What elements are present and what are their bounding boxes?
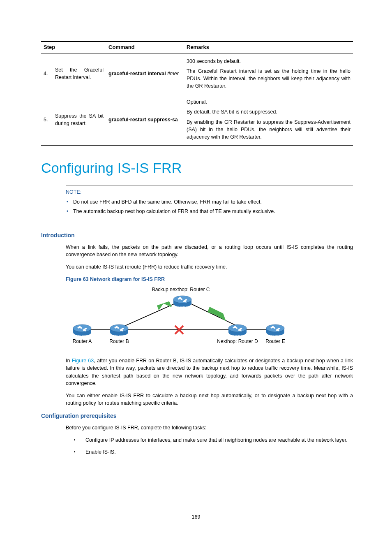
cmd-bold: graceful-restart interval [108,71,166,76]
remark-line: Optional. [187,98,350,106]
after-figure-paragraph: In Figure 63, after you enable FRR on Ro… [66,357,353,387]
section-heading-prereq: Configuration prerequisites [41,412,353,420]
step-desc: Suppress the SA bit during restart. [53,94,106,145]
router-a-icon [73,324,91,337]
page-number: 169 [0,513,392,521]
figure-link[interactable]: Figure 63 [72,358,94,364]
router-c-icon [173,296,191,308]
router-d-icon [228,324,247,337]
arrow-to-backup-icon [157,301,172,311]
backup-nexthop-label: Backup nexthop: Router C [152,287,210,292]
table-row: 4. Set the Graceful Restart interval. gr… [41,53,353,94]
router-e-icon [266,324,284,337]
th-step: Step [41,42,106,53]
router-b-icon [110,324,128,337]
remark-line: By default, the SA bit is not suppressed… [187,108,350,116]
intro-paragraph: When a link fails, the packets on the pa… [66,243,353,258]
prereq-intro: Before you configure IS-IS FRR, complete… [66,424,353,431]
note-box: NOTE: Do not use FRR and BFD at the same… [66,185,353,221]
router-d-label: Nexthop: Router D [217,338,258,344]
router-b-label: Router B [109,338,129,344]
th-command: Command [106,42,184,53]
command-cell: graceful-restart interval timer [106,53,184,94]
command-cell: graceful-restart suppress-sa [106,94,184,145]
config-table: Step Command Remarks 4. Set the Graceful… [41,41,353,146]
section-heading-introduction: Introduction [41,231,353,239]
remarks-cell: Optional. By default, the SA bit is not … [184,94,353,145]
arrow-to-nexthop-icon [208,307,226,321]
step-number: 4. [41,53,53,94]
th-remarks: Remarks [184,42,353,53]
cmd-bold: graceful-restart suppress-sa [108,117,178,123]
intro-paragraph: You can enable IS-IS fast reroute (FRR) … [66,263,353,271]
network-diagram: Backup nexthop: Router C ROUTER Router A… [66,285,353,350]
prereq-item: Configure IP addresses for interfaces, a… [74,436,353,444]
note-label: NOTE: [66,188,353,196]
figure-label: Figure 63 Network diagram for IS-IS FRR [66,276,353,283]
step-desc: Set the Graceful Restart interval. [53,53,106,94]
after-figure-paragraph: You can either enable IS-IS FRR to calcu… [66,392,353,407]
page-title: Configuring IS-IS FRR [41,158,353,178]
remark-line: The Graceful Restart interval is set as … [187,67,350,90]
link-c-d [187,302,238,327]
step-number: 5. [41,94,53,145]
note-item: The automatic backup next hop calculatio… [73,208,353,215]
prereq-item: Enable IS-IS. [74,448,353,456]
remarks-cell: 300 seconds by default. The Graceful Res… [184,53,353,94]
text-rest: , after you enable FRR on Router B, IS-I… [66,358,353,386]
router-a-label: Router A [73,338,92,344]
router-e-label: Router E [265,338,285,344]
text-prefix: In [66,358,72,364]
table-row: 5. Suppress the SA bit during restart. g… [41,94,353,145]
remark-line: By enabling the GR Restarter to suppress… [187,118,350,141]
note-item: Do not use FRR and BFD at the same time.… [73,198,353,206]
remark-line: 300 seconds by default. [187,58,350,65]
cmd-arg: timer [167,71,179,76]
